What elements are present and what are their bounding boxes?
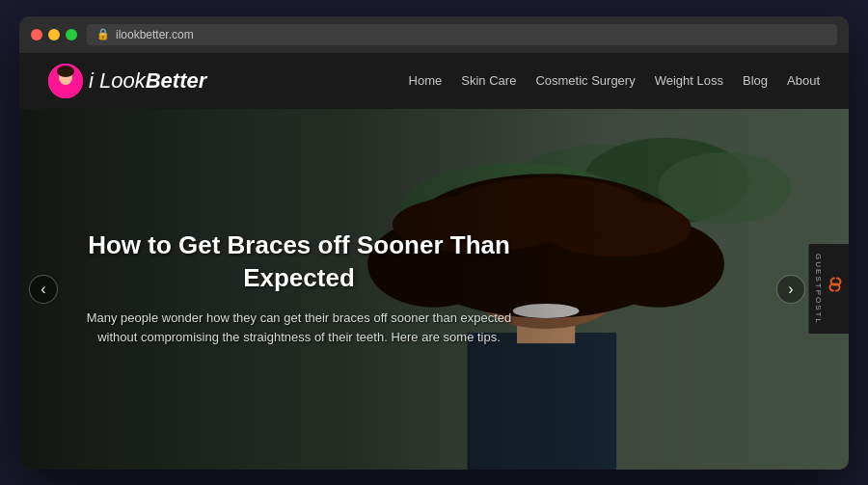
- website-content: i LookBetter Home Skin Care Cosmetic Sur…: [19, 53, 849, 470]
- maximize-button[interactable]: [66, 29, 77, 40]
- nav-link-cosmetic-surgery[interactable]: Cosmetic Surgery: [535, 73, 635, 88]
- logo-icon: [48, 64, 83, 98]
- close-button[interactable]: [31, 29, 42, 40]
- hero-content: How to Get Braces off Sooner Than Expect…: [19, 229, 579, 348]
- logo-area: i LookBetter: [48, 64, 206, 98]
- nav-link-skin-care[interactable]: Skin Care: [461, 73, 516, 88]
- svg-point-2: [57, 66, 74, 77]
- browser-chrome: 🔒 ilookbetter.com: [19, 16, 849, 53]
- carousel-prev-button[interactable]: ‹: [29, 275, 58, 304]
- nav-links: Home Skin Care Cosmetic Surgery Weight L…: [409, 73, 820, 88]
- guestpost-icon: [827, 274, 844, 299]
- nav-link-blog[interactable]: Blog: [743, 73, 768, 88]
- guestpost-badge[interactable]: GUESTPOSTL: [808, 244, 849, 335]
- logo-text: i LookBetter: [89, 68, 206, 94]
- guestpost-label: GUESTPOSTL: [814, 254, 823, 325]
- hero-section: How to Get Braces off Sooner Than Expect…: [19, 109, 849, 470]
- navbar: i LookBetter Home Skin Care Cosmetic Sur…: [19, 53, 849, 109]
- minimize-button[interactable]: [48, 29, 60, 40]
- nav-link-weight-loss[interactable]: Weight Loss: [655, 73, 723, 88]
- address-bar[interactable]: 🔒 ilookbetter.com: [87, 24, 837, 45]
- nav-link-home[interactable]: Home: [409, 73, 443, 88]
- nav-link-about[interactable]: About: [787, 73, 820, 88]
- hero-description: Many people wonder how they can get thei…: [77, 309, 521, 349]
- carousel-next-button[interactable]: ›: [776, 275, 805, 304]
- lock-icon: 🔒: [96, 28, 110, 40]
- browser-window: 🔒 ilookbetter.com i Loo: [19, 16, 849, 470]
- logo-text-part1: i Look: [89, 68, 146, 93]
- hero-title: How to Get Braces off Sooner Than Expect…: [77, 229, 521, 295]
- traffic-lights: [31, 29, 77, 40]
- url-text: ilookbetter.com: [116, 28, 194, 41]
- logo-text-part2: Better: [146, 68, 207, 93]
